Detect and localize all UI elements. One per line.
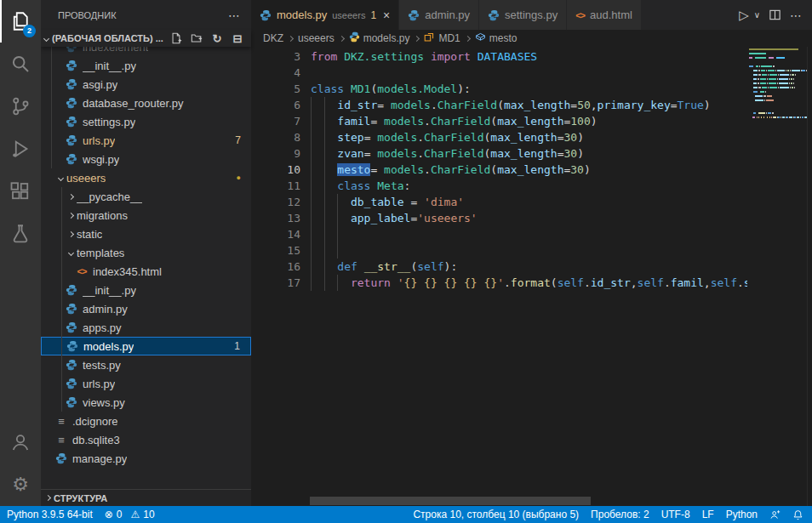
breadcrumb-item-dkz[interactable]: DKZ bbox=[263, 32, 283, 44]
status-eol[interactable]: LF bbox=[702, 509, 714, 520]
html-file-icon: <> bbox=[575, 10, 585, 20]
minimap[interactable] bbox=[747, 48, 807, 504]
tree-item-wsgi-py[interactable]: wsgi.py bbox=[41, 150, 251, 168]
status-indentation[interactable]: Пробелов: 2 bbox=[591, 509, 649, 520]
editor-actions: ▷ ∨ ⋯ bbox=[739, 0, 812, 30]
status-language-mode[interactable]: Python bbox=[726, 509, 758, 520]
status-cursor-position[interactable]: Строка 10, столбец 10 (выбрано 5) bbox=[413, 509, 579, 520]
workspace-section-header[interactable]: (РАБОЧАЯ ОБЛАСТЬ) ... ↻ ⊟ bbox=[41, 30, 251, 47]
tree-item-database-roouter-py[interactable]: database_roouter.py bbox=[41, 94, 251, 112]
tree-item-static[interactable]: static bbox=[41, 225, 251, 243]
search-icon[interactable] bbox=[0, 43, 41, 85]
html-file-icon: <> bbox=[75, 266, 89, 276]
indent-guide bbox=[51, 47, 52, 168]
breadcrumb: DKZuseeersmodels.pyMD1mesto bbox=[251, 30, 812, 47]
indent-guide bbox=[337, 275, 338, 291]
field-symbol-icon bbox=[475, 31, 486, 45]
new-folder-icon[interactable] bbox=[190, 31, 203, 45]
account-icon[interactable] bbox=[0, 421, 41, 463]
run-dropdown-chevron-icon[interactable]: ∨ bbox=[754, 10, 760, 20]
breadcrumb-item-mesto[interactable]: mesto bbox=[475, 31, 518, 45]
feedback-icon[interactable] bbox=[769, 509, 781, 520]
refresh-icon[interactable]: ↻ bbox=[210, 31, 224, 45]
tree-item-apps-py[interactable]: apps.py bbox=[41, 318, 251, 337]
code-line: class MD1(models.Model): bbox=[311, 81, 747, 97]
problems-badge: 1 bbox=[234, 340, 240, 352]
run-and-debug-icon[interactable] bbox=[0, 128, 41, 170]
tree-item-label: indexelement bbox=[83, 47, 148, 54]
notifications-bell-icon[interactable] bbox=[792, 509, 803, 520]
breadcrumb-label: models.py bbox=[363, 32, 410, 44]
tree-item-urls-py[interactable]: urls.py bbox=[41, 374, 251, 393]
explorer-badge: 2 bbox=[23, 25, 36, 37]
breadcrumb-item-models-py[interactable]: models.py bbox=[349, 31, 410, 45]
line-number: 14 bbox=[251, 226, 300, 242]
tree-item-urls-py[interactable]: urls.py7 bbox=[41, 131, 251, 150]
collapse-all-icon[interactable]: ⊟ bbox=[231, 31, 244, 45]
extensions-icon[interactable] bbox=[0, 170, 41, 213]
tree-item-label: urls.py bbox=[83, 378, 115, 390]
code-line: famil= models.CharField(max_length=100) bbox=[311, 113, 747, 129]
status-label: Строка 10, столбец 10 (выбрано 5) bbox=[413, 509, 579, 520]
warning-count: 10 bbox=[143, 509, 154, 520]
tree-item-manage-py[interactable]: manage.py bbox=[41, 449, 251, 468]
tree-item-models-py[interactable]: models.py1 bbox=[41, 337, 251, 355]
tree-item-useeers[interactable]: useeers● bbox=[41, 168, 251, 187]
breadcrumb-item-useeers[interactable]: useeers bbox=[298, 32, 335, 44]
tree-item-db-sqlite3[interactable]: ≡db.sqlite3 bbox=[41, 430, 251, 449]
run-python-file-icon[interactable]: ▷ bbox=[739, 8, 749, 23]
tab-models-py[interactable]: models.pyuseeers1× bbox=[251, 0, 399, 30]
tree-item-init-py[interactable]: __init__.py bbox=[41, 56, 251, 75]
config-file-icon: ≡ bbox=[54, 415, 68, 428]
horizontal-scrollbar[interactable] bbox=[310, 497, 591, 505]
explorer-icon[interactable]: 2 bbox=[0, 0, 41, 43]
tab-admin-py[interactable]: admin.py bbox=[399, 0, 479, 30]
more-actions-icon[interactable]: ⋯ bbox=[790, 9, 802, 22]
folder-chevron-icon bbox=[65, 251, 77, 255]
indent-guide bbox=[337, 194, 338, 259]
breadcrumb-separator-icon bbox=[414, 35, 420, 41]
status-problems[interactable]: ⊗0⚠10 bbox=[105, 509, 155, 520]
code-line: id_str= models.CharField(max_length=50,p… bbox=[311, 97, 747, 113]
tree-item-admin-py[interactable]: admin.py bbox=[41, 299, 251, 318]
tree-item-migrations[interactable]: migrations bbox=[41, 206, 251, 225]
tree-item-label: apps.py bbox=[83, 321, 122, 334]
settings-gear-icon[interactable]: ⚙ bbox=[0, 463, 41, 506]
outline-section-header[interactable]: СТРУКТУРА bbox=[41, 489, 251, 506]
tree-item-label: index345.html bbox=[93, 265, 162, 278]
tree-item-templates[interactable]: templates bbox=[41, 243, 251, 262]
source-control-icon[interactable] bbox=[0, 85, 41, 128]
code-line bbox=[311, 65, 747, 81]
status-python-interpreter[interactable]: Python 3.9.5 64-bit bbox=[7, 509, 93, 520]
tree-item-pycache[interactable]: __pycache__ bbox=[41, 187, 251, 206]
sidebar-more-actions-icon[interactable]: ⋯ bbox=[228, 9, 241, 22]
testing-icon[interactable] bbox=[0, 213, 41, 255]
modified-dot-icon: ● bbox=[237, 173, 241, 182]
sidebar-title: ПРОВОДНИК bbox=[58, 10, 117, 20]
tab-settings-py[interactable]: settings.py bbox=[479, 0, 567, 30]
error-count: 0 bbox=[117, 509, 123, 520]
line-number: 16 bbox=[251, 259, 300, 275]
outline-chevron-icon bbox=[45, 495, 51, 501]
tree-item-asgi-py[interactable]: asgi.py bbox=[41, 75, 251, 94]
section-chevron-icon bbox=[43, 35, 49, 41]
tree-item-tests-py[interactable]: tests.py bbox=[41, 355, 251, 374]
status-encoding[interactable]: UTF-8 bbox=[661, 509, 690, 520]
status-label: UTF-8 bbox=[661, 509, 690, 520]
split-editor-icon[interactable] bbox=[769, 9, 781, 21]
tree-item-views-py[interactable]: views.py bbox=[41, 393, 251, 412]
breadcrumb-item-md1[interactable]: MD1 bbox=[424, 31, 460, 45]
code-editor[interactable]: 34567891011121314151617 from DKZ.setting… bbox=[251, 47, 812, 506]
indent-guide bbox=[324, 97, 325, 291]
new-file-icon[interactable] bbox=[169, 31, 183, 45]
python-file-icon bbox=[65, 321, 78, 333]
close-icon[interactable]: × bbox=[383, 9, 390, 22]
tree-item-label: .dcignore bbox=[72, 415, 117, 428]
tab-aud-html[interactable]: <>aud.html bbox=[567, 0, 642, 30]
tree-item-indexelement[interactable]: indexelement bbox=[41, 47, 251, 56]
tree-item-settings-py[interactable]: settings.py bbox=[41, 112, 251, 131]
tree-item-init-py[interactable]: __init__.py bbox=[41, 281, 251, 299]
tree-item-index345-html[interactable]: <>index345.html bbox=[41, 262, 251, 281]
section-actions: ↻ ⊟ bbox=[169, 31, 244, 45]
tree-item-dcignore[interactable]: ≡.dcignore bbox=[41, 412, 251, 430]
